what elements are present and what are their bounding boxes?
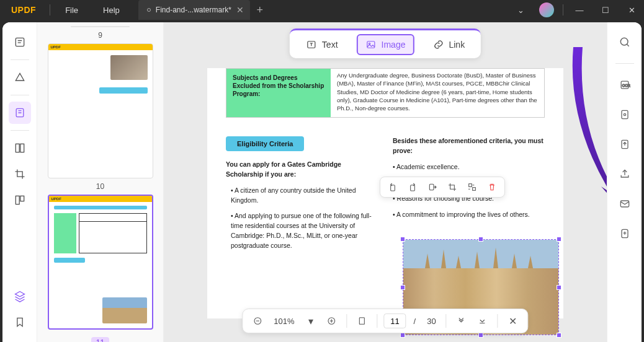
extract-icon[interactable] bbox=[424, 178, 441, 196]
tools-icon[interactable] bbox=[9, 189, 31, 211]
edit-icon[interactable] bbox=[9, 102, 31, 124]
divider bbox=[50, 4, 50, 15]
text-label: Text bbox=[322, 40, 338, 50]
protect-icon[interactable] bbox=[614, 103, 636, 126]
svg-rect-4 bbox=[16, 196, 19, 204]
svg-rect-23 bbox=[620, 201, 628, 207]
crop-image-icon[interactable] bbox=[444, 178, 461, 196]
search-icon[interactable] bbox=[614, 31, 636, 53]
menu-file[interactable]: File bbox=[53, 6, 91, 15]
page-number-11: 11 bbox=[91, 337, 109, 342]
crop-icon[interactable] bbox=[9, 163, 31, 185]
image-tool-button[interactable]: Image bbox=[357, 34, 414, 55]
text-icon bbox=[306, 39, 317, 50]
resize-handle[interactable] bbox=[557, 333, 561, 338]
right-bullet-4: • A commitment to improving the lives of… bbox=[393, 210, 545, 220]
thumbnail-panel[interactable]: 9 UPDF 10 UPDF 11 bbox=[37, 22, 164, 342]
annotate-icon[interactable] bbox=[9, 66, 31, 89]
text-tool-button[interactable]: Text bbox=[298, 35, 346, 54]
svg-rect-11 bbox=[429, 184, 434, 190]
svg-rect-3 bbox=[20, 144, 24, 152]
zoom-out-button[interactable] bbox=[249, 312, 266, 330]
thumbnail-page-10[interactable]: UPDF bbox=[48, 43, 153, 178]
link-icon bbox=[432, 39, 444, 50]
svg-point-21 bbox=[624, 113, 625, 115]
document-tab[interactable]: Find-and-...watermark* ✕ bbox=[138, 0, 250, 20]
add-tab-button[interactable]: + bbox=[250, 4, 270, 17]
svg-rect-10 bbox=[411, 185, 415, 191]
maximize-icon[interactable]: ☐ bbox=[593, 0, 618, 20]
user-avatar[interactable] bbox=[539, 2, 554, 17]
resize-handle[interactable] bbox=[557, 285, 561, 290]
resize-handle[interactable] bbox=[400, 237, 405, 242]
link-label: Link bbox=[449, 40, 465, 50]
svg-rect-12 bbox=[469, 184, 472, 187]
zoom-value: 101% bbox=[270, 317, 298, 326]
svg-rect-16 bbox=[360, 318, 365, 325]
close-toolbar-icon[interactable]: ✕ bbox=[504, 312, 522, 330]
save-as-icon[interactable] bbox=[614, 133, 636, 156]
svg-rect-9 bbox=[391, 185, 395, 191]
delete-icon[interactable] bbox=[483, 178, 501, 196]
organize-icon[interactable] bbox=[9, 137, 31, 159]
app-logo: UPDF bbox=[0, 5, 47, 15]
annotation-arrow-icon bbox=[561, 47, 607, 221]
resize-handle[interactable] bbox=[478, 333, 483, 338]
zoom-in-button[interactable] bbox=[323, 312, 341, 330]
menu-help[interactable]: Help bbox=[91, 6, 132, 15]
fit-page-icon[interactable] bbox=[354, 312, 371, 330]
divider bbox=[563, 4, 563, 15]
excluded-subjects-body: Any Undergraduate degree, Business Docto… bbox=[331, 69, 544, 117]
resize-handle[interactable] bbox=[557, 237, 561, 242]
criteria-heading: Eligibility Criteria bbox=[226, 136, 304, 151]
excluded-subjects-box: Subjects and Degrees Excluded from the S… bbox=[226, 68, 545, 118]
workspace: 9 UPDF 10 UPDF 11 Text Image bbox=[2, 22, 642, 342]
rotate-left-icon[interactable] bbox=[384, 178, 401, 196]
page-separator: / bbox=[410, 317, 420, 326]
svg-rect-0 bbox=[16, 38, 24, 46]
resize-handle[interactable] bbox=[400, 333, 405, 338]
replace-icon[interactable] bbox=[463, 178, 481, 196]
share-icon[interactable] bbox=[614, 163, 636, 185]
svg-rect-5 bbox=[20, 196, 24, 201]
ocr-icon[interactable]: OCR bbox=[614, 74, 636, 96]
close-tab-icon[interactable]: ✕ bbox=[236, 5, 244, 15]
image-label: Image bbox=[382, 40, 406, 50]
page-number-input[interactable] bbox=[384, 314, 406, 328]
thumbnail-page-11[interactable]: UPDF bbox=[48, 195, 153, 330]
minimize-icon[interactable]: — bbox=[567, 0, 592, 20]
document-area[interactable]: Text Image Link Subjects and Degrees Exc… bbox=[164, 22, 607, 342]
zoom-dropdown-icon[interactable]: ▾ bbox=[302, 312, 320, 330]
rotate-right-icon[interactable] bbox=[404, 178, 421, 196]
left-bullet-2: • And applying to pursue one of the foll… bbox=[226, 211, 378, 250]
reader-icon[interactable] bbox=[9, 31, 31, 53]
svg-rect-2 bbox=[16, 144, 19, 152]
page-input: / 30 bbox=[384, 314, 440, 328]
resize-handle[interactable] bbox=[400, 285, 405, 290]
layers-icon[interactable] bbox=[9, 285, 31, 307]
email-icon[interactable] bbox=[614, 193, 636, 215]
page-down-icon[interactable] bbox=[453, 312, 470, 330]
svg-point-17 bbox=[620, 38, 628, 45]
page-number-10: 10 bbox=[46, 182, 154, 191]
link-tool-button[interactable]: Link bbox=[425, 35, 472, 54]
image-icon bbox=[365, 39, 377, 50]
right-bullet-1: • Academic excellence. bbox=[393, 162, 545, 172]
page-last-icon[interactable] bbox=[474, 312, 491, 330]
right-rail: OCR bbox=[607, 22, 642, 342]
page-number-9: 9 bbox=[46, 31, 154, 40]
svg-rect-20 bbox=[622, 110, 628, 118]
excluded-subjects-heading: Subjects and Degrees Excluded from the S… bbox=[226, 69, 331, 117]
tab-title: Find-and-...watermark* bbox=[156, 6, 231, 14]
resize-handle[interactable] bbox=[478, 237, 483, 242]
left-column: Eligibility Criteria You can apply for a… bbox=[226, 136, 378, 256]
print-icon[interactable] bbox=[614, 222, 636, 245]
svg-rect-13 bbox=[473, 188, 476, 191]
chevron-down-icon[interactable]: ⌄ bbox=[508, 0, 533, 20]
bookmark-icon[interactable] bbox=[9, 311, 31, 333]
right-intro: Besides these aforementioned criteria, y… bbox=[393, 137, 543, 154]
page-total: 30 bbox=[423, 317, 439, 326]
close-icon[interactable]: ✕ bbox=[619, 0, 644, 20]
left-bullet-1: • A citizen of any country outside the U… bbox=[226, 186, 378, 206]
left-rail bbox=[2, 22, 37, 342]
